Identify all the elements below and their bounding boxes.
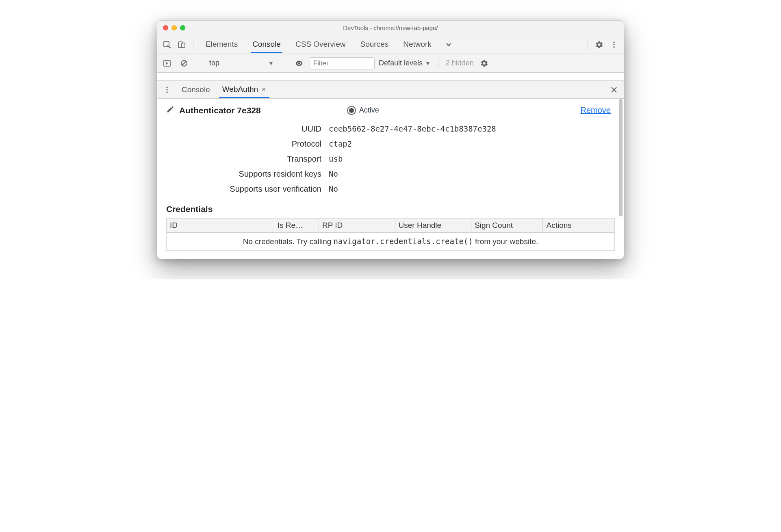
authenticator-header: Authenticator 7e328 Active Remove (166, 105, 615, 115)
drawer-tabbar: Console WebAuthn ✕ (157, 81, 624, 99)
divider (198, 58, 198, 69)
devtools-window: DevTools - chrome://new-tab-page/ Elemen… (157, 20, 624, 259)
chevron-down-icon: ▼ (268, 60, 274, 67)
prop-val-transport: usb (329, 154, 615, 164)
chevron-down-icon: ▼ (425, 60, 431, 67)
prop-val-rk: No (329, 169, 615, 179)
svg-point-3 (613, 41, 614, 43)
svg-line-8 (182, 61, 186, 65)
console-output-area (157, 73, 624, 81)
empty-message: No credentials. Try calling navigator.cr… (167, 233, 615, 251)
credentials-table: ID Is Re… RP ID User Handle Sign Count A… (166, 218, 615, 251)
col-id[interactable]: ID (167, 218, 274, 233)
active-label: Active (359, 106, 379, 115)
drawer-tab-webauthn[interactable]: WebAuthn ✕ (219, 81, 269, 98)
divider (588, 39, 588, 50)
webauthn-panel: Authenticator 7e328 Active Remove UUID c… (157, 99, 624, 259)
prop-key-rk: Supports resident keys (166, 169, 329, 179)
main-tabs: Elements Console CSS Overview Sources Ne… (204, 36, 433, 53)
main-panel-tabbar: Elements Console CSS Overview Sources Ne… (157, 35, 624, 54)
authenticator-title: Authenticator 7e328 (179, 106, 261, 115)
zoom-window-button[interactable] (180, 25, 185, 30)
empty-prefix: No credentials. Try calling (243, 237, 334, 246)
device-mode-icon[interactable] (175, 38, 188, 51)
prop-key-uv: Supports user verification (166, 184, 329, 194)
clear-console-icon[interactable] (178, 57, 191, 70)
filter-input[interactable] (310, 57, 375, 69)
levels-label: Default levels (379, 59, 423, 67)
drawer-tab-console[interactable]: Console (178, 81, 213, 98)
more-menu-icon[interactable] (607, 38, 620, 51)
show-console-sidebar-icon[interactable] (161, 57, 174, 70)
tab-network[interactable]: Network (401, 36, 433, 53)
divider (193, 39, 193, 50)
svg-point-5 (613, 46, 614, 48)
context-label: top (209, 59, 219, 67)
empty-suffix: from your website. (473, 237, 538, 246)
settings-icon[interactable] (593, 38, 606, 51)
prop-val-uuid: ceeb5662-8e27-4e47-8ebc-4c1b8387e328 (329, 124, 615, 134)
window-titlebar: DevTools - chrome://new-tab-page/ (157, 21, 624, 35)
col-user-handle[interactable]: User Handle (395, 218, 471, 233)
traffic-lights (157, 25, 185, 30)
col-is-resident[interactable]: Is Re… (274, 218, 319, 233)
window-title: DevTools - chrome://new-tab-page/ (157, 24, 624, 31)
edit-icon[interactable] (166, 105, 174, 115)
drawer-more-icon[interactable] (161, 83, 174, 96)
scrollbar[interactable] (619, 99, 623, 216)
col-sign-count[interactable]: Sign Count (471, 218, 543, 233)
svg-point-10 (166, 89, 167, 90)
drawer-tab-label: WebAuthn (222, 85, 258, 94)
active-radio[interactable]: Active (347, 106, 379, 115)
close-window-button[interactable] (163, 25, 168, 30)
close-drawer-icon[interactable] (607, 83, 620, 96)
svg-rect-2 (182, 43, 185, 48)
hidden-count[interactable]: 2 hidden (446, 59, 474, 67)
tab-elements[interactable]: Elements (204, 36, 239, 53)
prop-key-transport: Transport (166, 154, 329, 164)
tab-sources[interactable]: Sources (358, 36, 390, 53)
radio-icon (347, 106, 356, 115)
col-rp-id[interactable]: RP ID (319, 218, 395, 233)
close-tab-icon[interactable]: ✕ (261, 86, 266, 93)
tab-console[interactable]: Console (251, 36, 282, 53)
prop-key-protocol: Protocol (166, 139, 329, 149)
prop-val-protocol: ctap2 (329, 139, 615, 149)
tab-css-overview[interactable]: CSS Overview (294, 36, 347, 53)
prop-key-uuid: UUID (166, 124, 329, 134)
drawer-tabs: Console WebAuthn ✕ (178, 81, 269, 98)
context-selector[interactable]: top ▼ (206, 57, 278, 69)
log-levels-selector[interactable]: Default levels ▼ (379, 59, 431, 67)
minimize-window-button[interactable] (171, 25, 177, 30)
authenticator-properties: UUID ceeb5662-8e27-4e47-8ebc-4c1b8387e32… (166, 124, 615, 194)
col-actions[interactable]: Actions (543, 218, 615, 233)
inspect-element-icon[interactable] (161, 38, 174, 51)
prop-val-uv: No (329, 184, 615, 194)
live-expression-icon[interactable] (293, 57, 306, 70)
svg-point-4 (613, 44, 614, 45)
divider (285, 58, 285, 69)
console-settings-icon[interactable] (478, 57, 491, 70)
empty-code: navigator.credentials.create() (334, 237, 473, 246)
divider (438, 58, 438, 69)
table-header-row: ID Is Re… RP ID User Handle Sign Count A… (167, 218, 615, 233)
more-tabs-icon[interactable]: » (442, 38, 455, 51)
table-row-empty: No credentials. Try calling navigator.cr… (167, 233, 615, 251)
remove-link[interactable]: Remove (581, 106, 611, 115)
console-toolbar: top ▼ Default levels ▼ 2 hidden (157, 54, 624, 73)
svg-point-9 (166, 87, 167, 88)
credentials-heading: Credentials (166, 204, 615, 214)
svg-point-11 (166, 91, 167, 93)
